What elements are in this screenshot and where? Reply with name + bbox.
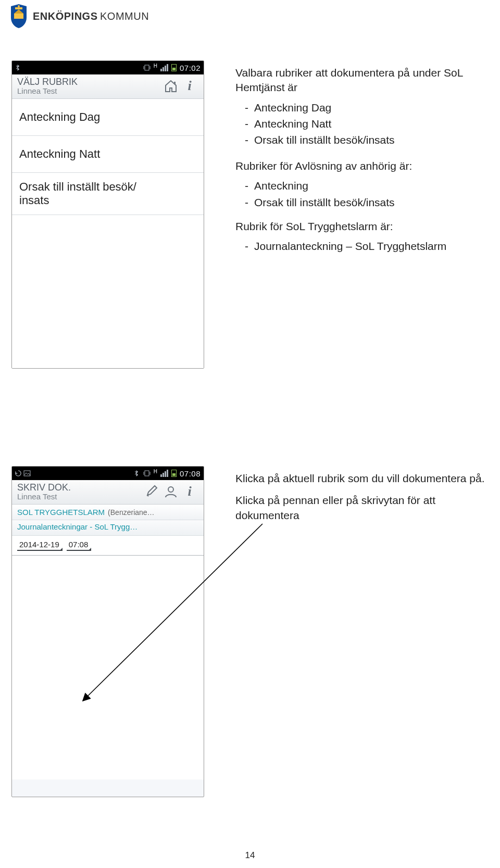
list-item-label: Anteckning Dag	[19, 110, 100, 123]
svg-rect-6	[24, 471, 30, 476]
screen-subtitle: Linnea Test	[17, 86, 161, 95]
network-label: H	[154, 63, 157, 69]
instruction-heading: Valbara rubriker att dokumentera på unde…	[235, 66, 489, 95]
logo-text: ENKÖPINGS KOMMUN	[33, 10, 149, 22]
signal-icon	[160, 470, 168, 477]
home-icon[interactable]	[162, 77, 180, 95]
edit-icon[interactable]	[143, 483, 161, 500]
list-item-label: insats	[19, 194, 196, 207]
svg-point-2	[18, 5, 20, 7]
status-time: 07:08	[180, 469, 201, 478]
bluetooth-icon	[134, 470, 140, 476]
document-meta-row: SOL TRYGGHETSLARM (Benzeriane…	[12, 505, 204, 520]
crest-icon	[8, 3, 30, 29]
instruction-bullet: Anteckning Dag	[235, 100, 489, 115]
list-item-label: Anteckning Natt	[19, 147, 100, 160]
list-item[interactable]: Anteckning Dag	[12, 99, 204, 136]
municipality-logo: ENKÖPINGS KOMMUN	[8, 3, 149, 29]
instruction-paragraph: Klicka på aktuell rubrik som du vill dok…	[235, 471, 489, 486]
instruction-bullet: Anteckning	[235, 179, 489, 193]
instruction-heading: Rubrik för SoL Trygghetslarm är:	[235, 219, 489, 234]
svg-point-11	[168, 487, 173, 492]
list-item[interactable]: Anteckning Natt	[12, 136, 204, 173]
battery-icon	[171, 64, 177, 71]
list-item-label: Orsak till inställt besök/	[19, 180, 196, 194]
svg-rect-3	[145, 65, 149, 70]
info-icon[interactable]: i	[181, 77, 198, 95]
chevron-down-icon	[88, 548, 91, 551]
list-item[interactable]: Orsak till inställt besök/ insats	[12, 173, 204, 215]
svg-rect-7	[145, 471, 149, 476]
date-field[interactable]: 2014-12-19	[17, 540, 61, 551]
status-bar: H 07:08	[12, 467, 204, 480]
svg-line-10	[147, 495, 148, 496]
instruction-heading: Rubriker för Avlösning av anhörig är:	[235, 159, 489, 173]
chevron-down-icon	[59, 548, 63, 551]
instruction-text-block: Valbara rubriker att dokumentera på unde…	[235, 66, 489, 157]
svg-rect-1	[15, 7, 22, 9]
vibrate-icon	[143, 470, 151, 477]
phone-screenshot-valj-rubrik: H 07:02 VÄLJ RUBRIK Linnea Test i Anteck…	[11, 60, 204, 369]
document-paren: (Benzeriane…	[108, 508, 155, 517]
screen-subtitle: Linnea Test	[17, 492, 142, 501]
instruction-text-block: Klicka på aktuell rubrik som du vill dok…	[235, 471, 489, 530]
instruction-paragraph: Klicka på pennan eller på skrivytan för …	[235, 493, 489, 523]
network-label: H	[154, 469, 157, 474]
image-icon	[23, 470, 31, 476]
vibrate-icon	[143, 64, 151, 71]
status-time: 07:02	[180, 64, 201, 72]
status-bar: H 07:02	[12, 61, 204, 74]
instruction-bullet: Anteckning Natt	[235, 117, 489, 131]
document-name: SOL TRYGGHETSLARM	[17, 508, 105, 517]
title-bar: VÄLJ RUBRIK Linnea Test i	[12, 74, 204, 99]
instruction-bullet: Orsak till inställt besök/insats	[235, 133, 489, 147]
bluetooth-icon	[15, 65, 21, 71]
instruction-bullet: Journalanteckning – SoL Trygghetslarm	[235, 239, 489, 254]
document-subline: Journalanteckningar - SoL Trygg…	[12, 520, 204, 536]
screen-title: VÄLJ RUBRIK	[17, 77, 161, 87]
instruction-bullet: Orsak till inställt besök/insats	[235, 195, 489, 210]
info-icon[interactable]: i	[181, 483, 198, 500]
screen-title: SKRIV DOK.	[17, 482, 142, 493]
time-field[interactable]: 07:08	[67, 540, 91, 551]
page-number: 14	[0, 850, 500, 861]
sync-icon	[15, 470, 21, 476]
instruction-text-block: Rubriker för Avlösning av anhörig är: An…	[235, 159, 489, 263]
svg-rect-0	[14, 14, 23, 19]
title-bar: SKRIV DOK. Linnea Test i	[12, 480, 204, 505]
battery-icon	[171, 470, 177, 477]
person-icon[interactable]	[162, 483, 180, 500]
phone-screenshot-skriv-dok: H 07:08 SKRIV DOK. Linnea Test i SOL TRY…	[11, 466, 204, 797]
datetime-fields: 2014-12-19 07:08	[12, 536, 204, 556]
logo-text-second: KOMMUN	[100, 10, 149, 22]
signal-icon	[160, 64, 168, 71]
write-area[interactable]	[12, 556, 204, 779]
